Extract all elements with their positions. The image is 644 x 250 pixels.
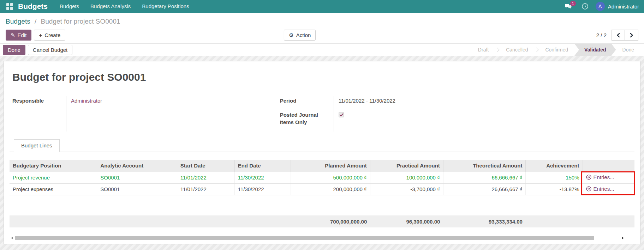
cell-planned-amount[interactable]: 200,000,000 ₫ xyxy=(291,183,370,195)
activities-clock-icon[interactable] xyxy=(579,3,591,10)
table-row-project-expenses[interactable]: Project expenses SO0001 11/01/2022 11/30… xyxy=(10,183,634,195)
table-row-project-revenue[interactable]: Project revenue SO0001 11/01/2022 11/30/… xyxy=(10,172,634,183)
done-button[interactable]: Done xyxy=(3,45,25,55)
menu-budgets[interactable]: Budgets xyxy=(54,0,85,13)
total-planned-amount: 700,000,000.00 xyxy=(291,215,370,227)
right-field-group: Period 11/01/2022 - 11/30/2022 Posted Jo… xyxy=(280,96,572,132)
posted-journal-items-row: Posted Journal Items Only xyxy=(280,110,572,132)
col-achievement[interactable]: Achievement xyxy=(526,160,583,172)
left-field-group: Responsible Administrator xyxy=(12,96,280,132)
action-button[interactable]: ⚙ Action xyxy=(284,30,316,41)
app-brand[interactable]: Budgets xyxy=(18,2,48,11)
top-navbar: Budgets Budgets Budgets Analysis Budgeta… xyxy=(0,0,644,13)
cell-theoretical-amount[interactable]: 66,666,667 ₫ xyxy=(443,172,526,183)
entries-button-label: Entries... xyxy=(594,186,614,192)
breadcrumb-separator: / xyxy=(35,18,36,25)
responsible-label: Responsible xyxy=(12,96,66,132)
cell-achievement[interactable]: -13.87% xyxy=(526,183,583,195)
cell-end-date[interactable]: 11/30/2022 xyxy=(234,183,291,195)
col-analytic-account[interactable]: Analytic Account xyxy=(97,160,177,172)
budget-lines-table-container: Budgetary Position Analytic Account Star… xyxy=(10,160,634,227)
scroll-left-arrow-icon[interactable] xyxy=(11,237,13,239)
col-end-date[interactable]: End Date xyxy=(234,160,291,172)
cell-achievement[interactable]: 150% xyxy=(526,172,583,183)
posted-journal-items-label: Posted Journal Items Only xyxy=(280,110,334,132)
edit-button[interactable]: ✎ Edit xyxy=(6,30,31,41)
pencil-icon: ✎ xyxy=(11,32,15,38)
scrollbar-thumb[interactable] xyxy=(15,236,594,240)
cell-analytic-account[interactable]: SO0001 xyxy=(97,172,177,183)
entries-button[interactable]: Entries... xyxy=(586,174,614,180)
col-planned-amount[interactable]: Planned Amount xyxy=(291,160,370,172)
total-theoretical-amount: 93,333,334.00 xyxy=(443,215,526,227)
col-practical-amount[interactable]: Practical Amount xyxy=(370,160,443,172)
cell-practical-amount[interactable]: 100,000,000 ₫ xyxy=(370,172,443,183)
record-buttons: ✎ Edit + Create xyxy=(6,30,65,41)
col-budgetary-position[interactable]: Budgetary Position xyxy=(10,160,97,172)
messages-icon[interactable]: 1 xyxy=(562,3,574,10)
state-validated-active[interactable]: Validated xyxy=(574,44,616,56)
breadcrumb-budgets-link[interactable]: Budgets xyxy=(6,18,30,25)
col-theoretical-amount[interactable]: Theoretical Amount xyxy=(443,160,526,172)
create-button-label: Create xyxy=(44,32,60,38)
user-menu[interactable]: A Administrator xyxy=(596,2,639,11)
user-name: Administrator xyxy=(608,4,639,10)
pager-buttons xyxy=(612,30,638,41)
state-cancelled[interactable]: Cancelled xyxy=(500,44,534,56)
create-button[interactable]: + Create xyxy=(34,30,65,41)
entries-button[interactable]: Entries... xyxy=(586,186,614,192)
apps-menu-icon[interactable] xyxy=(5,2,14,11)
col-start-date[interactable]: Start Date xyxy=(177,160,234,172)
pager: 2 / 2 xyxy=(596,30,638,41)
statusbar: Done Cancel Budget Draft Cancelled Confi… xyxy=(0,43,644,56)
pager-value: 2 / 2 xyxy=(596,32,607,38)
cell-practical-amount[interactable]: -3,700,000 ₫ xyxy=(370,183,443,195)
cell-theoretical-amount[interactable]: 26,666,667 ₫ xyxy=(443,183,526,195)
state-done[interactable]: Done xyxy=(616,44,640,56)
statusbar-states: Draft Cancelled Confirmed Validated Done xyxy=(472,44,640,56)
control-panel-buttons-row: ✎ Edit + Create ⚙ Action 2 / 2 xyxy=(6,30,638,41)
state-draft[interactable]: Draft xyxy=(472,44,495,56)
cell-planned-amount[interactable]: 500,000,000 ₫ xyxy=(291,172,370,183)
cell-budgetary-position[interactable]: Project expenses xyxy=(10,183,97,195)
cell-budgetary-position[interactable]: Project revenue xyxy=(10,172,97,183)
pager-next-button[interactable] xyxy=(625,30,638,41)
cell-analytic-account[interactable]: SO0001 xyxy=(97,183,177,195)
pager-previous-button[interactable] xyxy=(612,30,625,41)
posted-journal-items-value xyxy=(334,110,572,132)
responsible-value-link[interactable]: Administrator xyxy=(66,96,280,132)
field-groups: Responsible Administrator Period 11/01/2… xyxy=(12,96,634,132)
action-button-label: Action xyxy=(296,32,311,38)
period-field-row: Period 11/01/2022 - 11/30/2022 xyxy=(280,96,572,110)
budget-lines-table: Budgetary Position Analytic Account Star… xyxy=(10,160,634,227)
cancel-budget-button[interactable]: Cancel Budget xyxy=(28,45,72,55)
menu-budgets-analysis[interactable]: Budgets Analysis xyxy=(85,0,136,13)
state-chevron-icon xyxy=(535,48,539,52)
breadcrumb-current: Budget for project SO0001 xyxy=(41,18,120,25)
notebook-tabs: Budget Lines xyxy=(10,139,634,152)
cell-entries: Entries... xyxy=(583,172,634,183)
cell-start-date[interactable]: 11/01/2022 xyxy=(177,183,234,195)
responsible-field-row: Responsible Administrator xyxy=(12,96,280,132)
menu-budgetary-positions[interactable]: Budgetary Positions xyxy=(136,0,195,13)
tab-budget-lines[interactable]: Budget Lines xyxy=(14,139,60,152)
table-totals-row: 700,000,000.00 96,300,000.00 93,333,334.… xyxy=(10,215,634,227)
content-background: Budget for project SO0001 Responsible Ad… xyxy=(0,56,644,250)
cell-end-date[interactable]: 11/30/2022 xyxy=(234,172,291,183)
col-entries xyxy=(583,160,634,172)
plus-icon: + xyxy=(39,32,42,38)
state-chevron-icon xyxy=(495,48,500,52)
cell-start-date[interactable]: 11/01/2022 xyxy=(177,172,234,183)
breadcrumb: Budgets / Budget for project SO0001 xyxy=(6,18,638,25)
horizontal-scrollbar[interactable] xyxy=(10,236,634,240)
cell-entries: Entries... xyxy=(583,183,634,195)
edit-button-label: Edit xyxy=(18,32,27,38)
statusbar-buttons: Done Cancel Budget xyxy=(3,45,72,55)
state-confirmed[interactable]: Confirmed xyxy=(539,44,574,56)
period-value: 11/01/2022 - 11/30/2022 xyxy=(334,96,572,110)
avatar: A xyxy=(596,2,605,11)
action-button-container: ⚙ Action xyxy=(284,30,316,41)
scroll-right-arrow-icon[interactable] xyxy=(622,237,624,239)
messages-count-badge: 1 xyxy=(570,1,576,6)
posted-journal-items-checkbox[interactable] xyxy=(339,112,344,117)
